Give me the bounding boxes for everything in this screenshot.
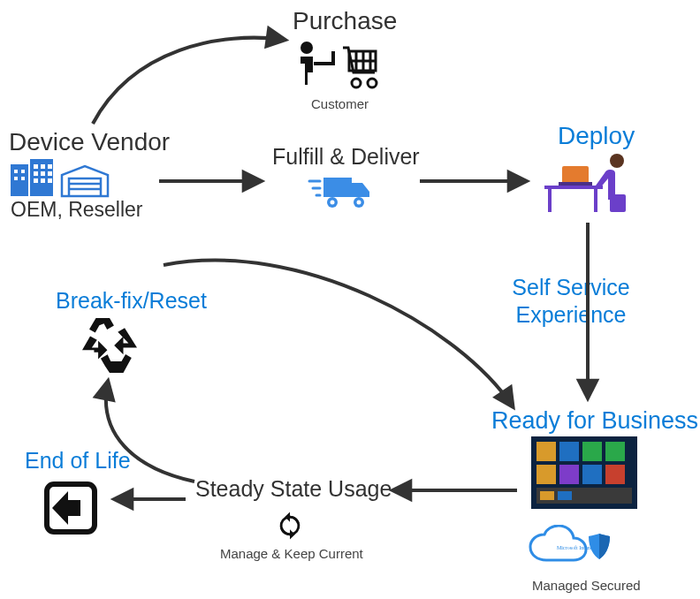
arrow-vendor-to-purchase bbox=[93, 38, 285, 124]
arrow-steady-to-breakfix bbox=[106, 382, 194, 481]
arrow-breakfix-to-ready bbox=[164, 261, 513, 406]
arrows bbox=[0, 0, 700, 599]
diagram-canvas: { "nodes": { "purchase": { "label": "Pur… bbox=[0, 0, 700, 599]
